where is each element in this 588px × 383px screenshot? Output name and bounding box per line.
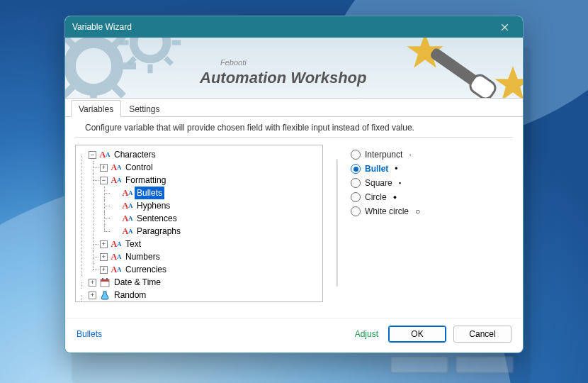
characters-icon: AA	[122, 200, 133, 211]
tree-node-bullets[interactable]: · AA Bullets	[111, 187, 321, 199]
wand-icon	[418, 41, 503, 99]
tree-label: Text	[123, 238, 143, 250]
cancel-button[interactable]: Cancel	[453, 326, 511, 343]
tree-label: Formatting	[123, 174, 168, 187]
radio-group-bullets: Interpunct · Bullet • Square ▪ Circle ● …	[351, 145, 420, 315]
tree-node-control[interactable]: + AA Control	[100, 161, 321, 174]
sample-glyph: ▪	[399, 179, 401, 187]
expand-icon[interactable]: +	[100, 164, 108, 172]
radio-bullet[interactable]: Bullet •	[351, 162, 420, 176]
tree-node-formatting[interactable]: − AA Formatting	[100, 174, 321, 187]
collapse-icon[interactable]: −	[89, 151, 96, 159]
radio-icon	[351, 178, 361, 188]
tree-label: Paragraphs	[135, 225, 183, 238]
characters-icon: AA	[111, 264, 122, 275]
radio-circle[interactable]: Circle ●	[351, 190, 420, 204]
svg-rect-24	[102, 278, 103, 280]
tree-label: Control	[123, 161, 155, 174]
tree-label: Characters	[112, 148, 158, 161]
tree-label: Random	[112, 289, 148, 301]
characters-icon: AA	[111, 251, 122, 262]
variable-tree[interactable]: − AA Characters + AA Control − AA	[75, 145, 323, 302]
brand-name: Febooti	[220, 58, 247, 67]
radio-label: White circle	[365, 206, 409, 216]
tree-node-characters[interactable]: − AA Characters	[89, 148, 321, 161]
tree-node-datetime[interactable]: + Date & Time	[89, 276, 321, 289]
characters-icon: AA	[122, 226, 133, 237]
tree-node-currencies[interactable]: + AA Currencies	[100, 263, 321, 276]
adjust-link[interactable]: Adjust	[352, 329, 381, 339]
characters-icon: AA	[122, 213, 133, 224]
collapse-icon[interactable]: −	[100, 177, 108, 184]
tree-label: Hyphens	[135, 199, 172, 212]
splitter[interactable]	[336, 159, 338, 287]
radio-icon	[351, 206, 361, 216]
svg-rect-13	[172, 40, 181, 45]
characters-icon: AA	[111, 174, 122, 186]
characters-icon: AA	[99, 149, 111, 160]
radio-icon	[351, 150, 361, 160]
radio-label: Interpunct	[365, 150, 402, 160]
tab-strip: Variables Settings	[65, 99, 523, 117]
tree-node-random[interactable]: + Random	[89, 289, 321, 301]
radio-icon	[351, 192, 361, 202]
tree-node-numbers[interactable]: + AA Numbers	[100, 250, 321, 263]
sample-glyph: ·	[409, 150, 411, 160]
radio-interpunct[interactable]: Interpunct ·	[351, 148, 420, 162]
characters-icon: AA	[111, 238, 122, 250]
breadcrumb[interactable]: Bullets	[77, 329, 345, 339]
close-button[interactable]	[493, 16, 516, 38]
radio-label: Square	[365, 178, 392, 188]
svg-point-9	[134, 38, 167, 59]
svg-rect-23	[101, 279, 109, 282]
product-name: Automation Workshop	[200, 69, 366, 87]
tree-node-sentences[interactable]: · AA Sentences	[111, 212, 321, 225]
footer: Bullets Adjust OK Cancel	[67, 318, 521, 353]
titlebar: Variable Wizard	[65, 16, 523, 38]
tab-settings[interactable]: Settings	[121, 100, 167, 117]
banner: Febooti Automation Workshop	[65, 38, 523, 99]
content-area: − AA Characters + AA Control − AA	[65, 138, 523, 318]
radio-white-circle[interactable]: White circle ○	[351, 204, 420, 218]
expand-icon[interactable]: +	[100, 266, 108, 274]
svg-rect-12	[120, 40, 129, 45]
svg-rect-11	[147, 65, 152, 74]
tree-label: Numbers	[123, 250, 162, 263]
sample-glyph: •	[395, 164, 397, 174]
sample-glyph: ●	[393, 194, 397, 201]
window-title: Variable Wizard	[72, 22, 493, 32]
flask-icon	[99, 289, 111, 301]
tree-node-paragraphs[interactable]: · AA Paragraphs	[111, 225, 321, 238]
variable-wizard-dialog: Variable Wizard Febooti Automation Works…	[64, 16, 524, 353]
expand-icon[interactable]: +	[100, 240, 108, 248]
tree-label: Date & Time	[112, 276, 163, 289]
radio-label: Bullet	[365, 164, 388, 174]
svg-rect-17	[164, 56, 174, 66]
radio-square[interactable]: Square ▪	[351, 176, 420, 190]
svg-rect-15	[127, 56, 137, 66]
radio-label: Circle	[365, 192, 387, 202]
calendar-icon	[99, 277, 111, 288]
expand-icon[interactable]: +	[100, 253, 108, 261]
svg-rect-25	[106, 278, 108, 280]
characters-icon: AA	[122, 187, 133, 199]
radio-icon	[351, 164, 361, 174]
tree-label: Bullets	[135, 187, 164, 199]
svg-rect-2	[90, 95, 97, 99]
svg-point-0	[69, 42, 117, 89]
gear-icon	[118, 38, 182, 77]
characters-icon: AA	[111, 162, 122, 173]
expand-icon[interactable]: +	[89, 279, 96, 287]
instruction-text: Configure variable that will provide cho…	[75, 117, 513, 138]
ok-button[interactable]: OK	[388, 326, 446, 343]
tree-label: Sentences	[135, 212, 179, 225]
tree-node-text[interactable]: + AA Text	[100, 238, 321, 250]
tab-variables[interactable]: Variables	[71, 100, 121, 117]
expand-icon[interactable]: +	[89, 292, 96, 299]
tree-label: Currencies	[123, 263, 169, 276]
sample-glyph: ○	[415, 206, 420, 216]
close-icon	[501, 23, 509, 31]
tree-node-hyphens[interactable]: · AA Hyphens	[111, 199, 321, 212]
